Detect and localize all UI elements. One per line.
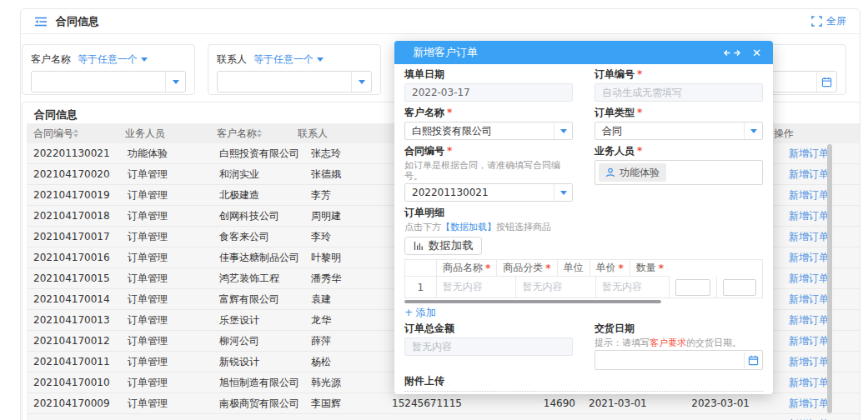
filter-panel-contact: 联系人 等于任意一个 [208, 44, 381, 95]
items-header-cell: 单价 * [590, 260, 630, 277]
cell-salesperson: 订单管理 [121, 289, 213, 309]
cell-contract-no [27, 414, 121, 420]
detail-section-label: 订单明细 [404, 207, 763, 219]
order-type-select[interactable]: 合同 [595, 122, 763, 140]
chevron-down-icon [560, 191, 567, 195]
cell-contract-no: 202104170016 [27, 248, 121, 268]
table-header-cell: 客户名称 [210, 123, 291, 143]
cell-contact: 李芳 [304, 185, 385, 205]
app-window: 合同信息 全屏 客户名称 等于任意一个 联系人 [20, 8, 860, 420]
cell-salesperson: 订单管理 [121, 310, 213, 330]
cell-customer: 和润实业 [213, 164, 304, 184]
cell-contact: 袁建 [304, 289, 385, 309]
cell-contract-no: 202104170015 [27, 268, 121, 288]
person-icon [605, 168, 615, 178]
cell-salesperson: 订单管理 [121, 185, 213, 205]
cell-customer: 新锐设计 [213, 352, 304, 372]
filter-contact-select[interactable] [217, 71, 372, 92]
cell-end-date [660, 414, 756, 420]
cell-customer: 北极建造 [213, 185, 304, 205]
add-order-link[interactable]: 新增订单 [789, 289, 829, 309]
cell-customer: 佳事达糖制品公司 [213, 248, 304, 268]
cell-salesperson: 订单管理 [121, 393, 213, 413]
cell-contact: 潘秀华 [304, 268, 385, 288]
delivery-date-field[interactable] [595, 350, 763, 370]
top-bar: 合同信息 全屏 [21, 9, 860, 34]
cell-contract-no: 202104170014 [27, 289, 121, 309]
fill-date-field: 2022-03-17 [404, 83, 573, 102]
items-header-cell: 商品名称 * [437, 260, 497, 277]
add-order-link[interactable]: 新增订单 [789, 310, 829, 330]
horizontal-scrollbar[interactable] [404, 300, 661, 303]
add-order-link[interactable]: 新增订单 [789, 206, 829, 226]
cell-salesperson: 功能体验 [121, 143, 213, 163]
add-order-link[interactable]: 新增订单 [789, 164, 829, 184]
filter-contact-operator[interactable]: 等于任意一个 [253, 52, 324, 67]
cell-customer: 鸿艺装饰工程 [213, 268, 304, 288]
table-header-cell: 业务人员 [118, 123, 210, 143]
cell-contact: 龙华 [304, 310, 385, 330]
cell-salesperson: 订单管理 [121, 206, 213, 226]
cell-contract-no: 202104170010 [27, 372, 121, 392]
items-header-cell: 单位 * [558, 260, 590, 277]
filter-contact-label: 联系人 [217, 52, 247, 67]
menu-collapse-icon[interactable] [34, 16, 48, 28]
add-order-link[interactable]: 新增订单 [789, 414, 829, 420]
delivery-date-input[interactable] [595, 354, 744, 366]
filter-customer-operator[interactable]: 等于任意一个 [78, 52, 148, 67]
filter-customer-input[interactable] [32, 72, 165, 92]
cell-customer: 白熙投资有限公司 [213, 143, 304, 163]
product-category-cell: 暂无内容 [516, 277, 596, 298]
cell-contact: 韩光源 [304, 372, 385, 392]
cell-contact: 杨松 [304, 352, 385, 372]
chevron-down-icon [141, 58, 148, 62]
add-order-link[interactable]: 新增订单 [789, 352, 829, 372]
add-order-link[interactable]: 新增订单 [789, 248, 829, 268]
add-order-link[interactable]: 新增订单 [789, 268, 829, 288]
fullscreen-icon [811, 16, 822, 27]
chevron-down-icon [317, 58, 324, 62]
add-item-link[interactable]: + 添加 [404, 307, 436, 319]
data-load-button[interactable]: 数据加载 [404, 237, 482, 255]
cell-customer: 乐堡设计 [213, 310, 304, 330]
delivery-date-hint: 提示：请填写客户要求的交货日期。 [595, 338, 763, 348]
resize-icon[interactable] [724, 48, 740, 58]
cell-contract-no: 202104170013 [27, 310, 121, 330]
salesperson-label: 业务人员* [595, 145, 763, 158]
fullscreen-button[interactable]: 全屏 [811, 14, 846, 28]
sort-icon[interactable] [73, 129, 78, 138]
contract-no-select[interactable]: 202201130021 [404, 183, 573, 202]
add-order-link[interactable]: 新增订单 [789, 393, 829, 413]
cell-customer: 创网科技公司 [213, 206, 304, 226]
calendar-button[interactable] [816, 72, 836, 92]
add-order-link[interactable]: 新增订单 [789, 331, 829, 351]
add-order-link[interactable]: 新增订单 [789, 372, 829, 392]
table-row: 新增订单 [27, 414, 860, 420]
delivery-calendar-button[interactable] [744, 351, 762, 369]
chevron-down-icon [173, 80, 179, 84]
order-type-label: 订单类型* [595, 107, 763, 119]
add-order-link[interactable]: 新增订单 [789, 185, 829, 205]
items-header-cell: 数量 * [630, 260, 670, 277]
customer-select[interactable]: 白熙投资有限公司 [404, 122, 573, 140]
salesperson-tag: 功能体验 [599, 163, 666, 182]
filter-contact-input[interactable] [218, 72, 351, 92]
close-icon[interactable]: ✕ [752, 47, 761, 59]
add-order-link[interactable]: 新增订单 [789, 227, 829, 247]
calendar-icon [821, 77, 832, 88]
quantity-input[interactable] [723, 279, 756, 296]
cell-phone: 15245671115 [385, 393, 473, 413]
cell-phone [385, 414, 473, 420]
unit-price-input[interactable] [675, 279, 711, 296]
salesperson-field[interactable]: 功能体验 [595, 160, 763, 185]
sort-icon[interactable] [257, 129, 262, 138]
cell-salesperson: 订单管理 [121, 372, 213, 392]
modal-title: 新增客户订单 [413, 45, 478, 60]
vertical-scrollbar[interactable] [827, 144, 832, 413]
add-order-link[interactable]: 新增订单 [789, 143, 829, 163]
fullscreen-label: 全屏 [826, 14, 846, 28]
delivery-date-label: 交货日期 [595, 322, 763, 335]
product-name-cell: 暂无内容 [437, 277, 517, 298]
cell-customer: 柳河公司 [213, 331, 304, 351]
filter-customer-select[interactable] [31, 71, 186, 92]
